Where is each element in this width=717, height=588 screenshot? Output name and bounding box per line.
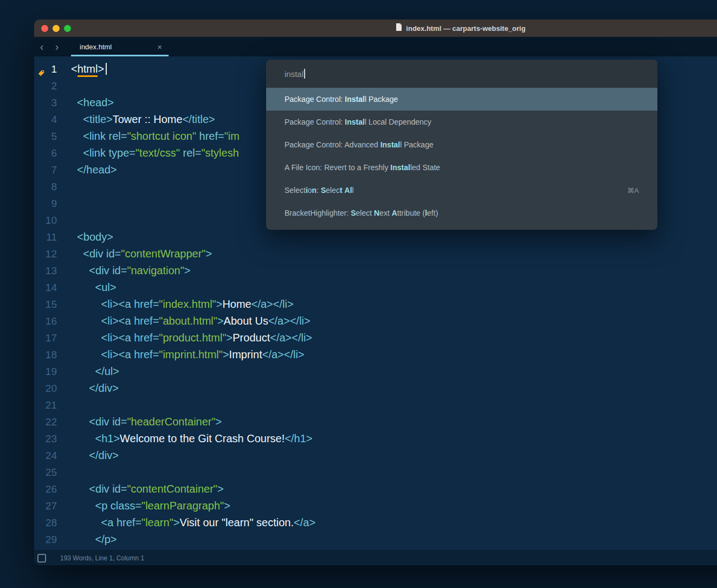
code-token: About Us [224,315,268,327]
gutter-cell: 24 [34,447,66,464]
code-line[interactable]: 15 <li><a href="index.html">Home</a></li… [34,296,717,313]
code-token: <p class= [71,500,141,512]
code-text [66,178,71,195]
code-token: < [71,63,77,75]
code-text [66,77,71,94]
shortcut-label: ⌘A [627,186,639,195]
back-button[interactable]: ‹ [34,37,49,56]
code-token: </a></li> [251,298,294,310]
line-number: 23 [46,433,57,444]
palette-item[interactable]: BracketHighlighter: Select Next Attribut… [266,202,657,224]
code-line[interactable]: 25 [34,464,717,481]
code-text: </div> [66,380,119,397]
code-token: Tower :: Home [113,113,183,125]
tab-close-icon[interactable]: × [157,42,162,51]
code-token: </a></li> [270,332,312,344]
palette-search-input[interactable]: instal [266,60,657,88]
code-line[interactable]: 26 <div id="contentContainer"> [34,481,717,497]
gutter-cell: 10 [34,212,66,229]
code-line[interactable]: 23 <h1>Welcome to the Git Crash Course!<… [34,430,717,447]
line-number: 18 [46,349,57,360]
text-caret [106,63,107,75]
code-token: href= [196,130,224,142]
palette-item[interactable]: Package Control: Install Local Dependenc… [266,111,657,133]
code-text: <div id="contentWrapper"> [66,245,212,262]
code-token: <div id= [71,264,127,276]
code-text [66,212,71,229]
code-token: "shortcut icon" [127,130,196,142]
palette-item-text: Selection: Select All [285,186,354,195]
code-line[interactable]: 20 </div> [34,380,717,397]
code-line[interactable]: 22 <div id="headerContainer"> [34,413,717,430]
code-text: </p> [66,531,117,548]
code-token: </a> [294,516,315,528]
code-token: "imprint.html" [159,348,223,360]
code-line[interactable]: 27 <p class="learnParagraph"> [34,497,717,514]
code-line[interactable]: 18 <li><a href="imprint.html">Imprint</a… [34,346,717,363]
code-line[interactable]: 24 </div> [34,447,717,464]
gutter-cell: 11 [34,229,66,245]
line-number: 13 [46,265,57,276]
line-number: 7 [51,164,57,176]
command-palette: instal Package Control: Install PackageP… [266,60,657,230]
chevron-right-icon: › [55,41,59,53]
code-line[interactable]: 12 <div id="contentWrapper"> [34,245,717,262]
code-text: <body> [66,229,113,245]
code-line[interactable]: 11 <body> [34,229,717,245]
code-line[interactable]: 29 </p> [34,531,717,548]
gutter-cell: 20 [34,380,66,397]
palette-item[interactable]: A File Icon: Revert to a Freshly Install… [266,156,657,179]
tab-index-html[interactable]: index.html × [71,37,169,56]
line-number: 14 [46,282,57,293]
code-token: </div> [71,449,119,461]
gutter-cell: 23 [34,430,66,447]
palette-item[interactable]: Package Control: Advanced Install Packag… [266,133,657,156]
code-token: > [216,416,222,428]
code-token: </a></li> [262,348,305,360]
status-text: 193 Words, Line 1, Column 1 [60,554,144,562]
code-token: rel= [180,147,201,159]
code-token: > [184,264,191,276]
code-token: </head> [71,164,117,176]
code-token: "product.html" [159,332,226,344]
gutter-cell: 26 [34,481,66,497]
line-number: 27 [46,500,57,512]
code-token: Product [232,332,270,344]
code-token: <h1> [71,432,120,444]
code-text [66,464,71,481]
code-line[interactable]: 16 <li><a href="about.html">About Us</a>… [34,313,717,329]
forward-button[interactable]: › [49,37,64,56]
gutter-cell: 13 [34,262,66,279]
line-number: 29 [46,534,57,545]
code-token: > [216,298,223,310]
code-token: <li><a href= [71,298,159,310]
palette-item[interactable]: Selection: Select All⌘A [266,179,657,202]
gutter-cell: 4 [34,111,66,128]
line-number: 11 [46,231,57,243]
code-text: <ul> [66,279,116,296]
code-token: Imprint [229,348,262,360]
code-token: > [205,248,212,260]
gutter-cell: 14 [34,279,66,296]
gutter-cell: 29 [34,531,66,548]
code-text: <a href="learn">Visit our "learn" sectio… [66,514,315,531]
code-token: <head> [71,96,114,108]
code-line[interactable]: 19 </ul> [34,363,717,380]
palette-item-text: Package Control: Install Local Dependenc… [285,118,431,126]
line-number: 5 [51,131,57,142]
title-bar[interactable]: index.html — carparts-website_orig [34,20,717,37]
gutter-cell: 25 [34,464,66,481]
code-token: "index.html" [159,298,216,310]
code-line[interactable]: 21 [34,397,717,413]
code-token: html [77,63,98,77]
code-line[interactable]: 13 <div id="navigation"> [34,262,717,279]
bookmark-icon [37,65,45,73]
code-line[interactable]: 28 <a href="learn">Visit our "learn" sec… [34,514,717,531]
code-line[interactable]: 14 <ul> [34,279,717,296]
palette-item[interactable]: Package Control: Install Package [266,88,657,111]
code-text: <html> [66,61,107,77]
gutter-cell: 15 [34,296,66,313]
line-number: 10 [46,215,57,226]
status-bar: 193 Words, Line 1, Column 1 [34,550,717,565]
code-line[interactable]: 17 <li><a href="product.html">Product</a… [34,329,717,346]
